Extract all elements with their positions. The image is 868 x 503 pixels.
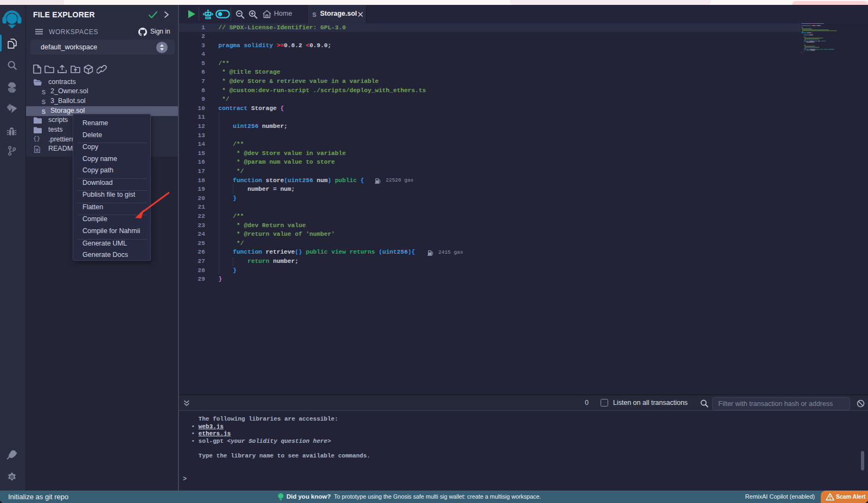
svg-text:S: S xyxy=(42,89,46,95)
svg-text:S: S xyxy=(312,11,316,18)
svg-text:S: S xyxy=(42,108,46,114)
svg-text:S: S xyxy=(42,98,46,105)
